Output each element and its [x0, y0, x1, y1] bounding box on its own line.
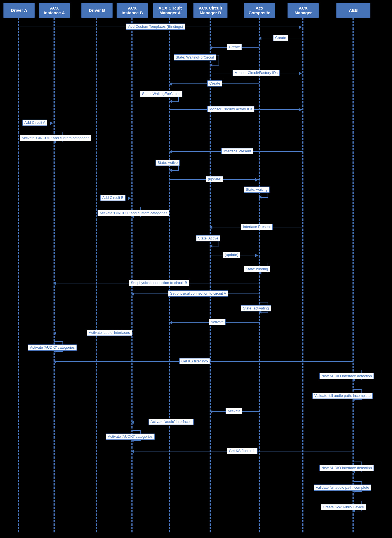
msg-add-circuit-a: Add Circuit A	[22, 120, 47, 126]
lifeline-driverB	[96, 17, 97, 532]
msg-comp-binding: State: binding	[244, 266, 270, 272]
actor-driverA: Driver A	[3, 3, 35, 18]
msg-get-ks-b: Get KS filter info	[227, 448, 258, 454]
lifeline-aeb	[352, 17, 354, 532]
msg-get-ks-a: Get KS filter info	[179, 358, 210, 364]
msg-aeb-create-dev: Create S/W Audio Device	[321, 504, 366, 510]
msg-monitor-a: Monitor Circuit/Factory IDs	[207, 106, 254, 112]
actor-mgr: ACXManager	[287, 3, 319, 18]
msg-phys-a: Set physical connection to circuit A	[168, 290, 228, 297]
msg-activate-audio-b: Activate 'audio' interfaces	[149, 419, 194, 425]
msg-instA-activate-audio: Activate 'AUDIO' categories	[28, 344, 77, 351]
msg-add-circuit-b: Add Circuit B	[100, 195, 126, 201]
msg-cmA-active: State: Active	[156, 160, 180, 166]
lifeline-comp	[259, 17, 260, 532]
msg-cmB-waiting: State: WaitingForCircuit	[174, 54, 216, 60]
msg-phys-b: Set physical connection to circuit B	[129, 280, 189, 286]
msg-update-b: (update)	[223, 252, 240, 258]
msg-add-templates: Add Custom Templates (Bindings)	[126, 24, 185, 30]
msg-create-cmA: Create	[207, 80, 222, 87]
lifeline-mgr	[302, 17, 303, 532]
msg-aeb-detect-2: New AUDIO interface detection	[319, 465, 374, 471]
actor-cmA: ACX CircuitManager A	[153, 3, 187, 18]
lifeline-cmB	[210, 17, 211, 532]
msg-activate-a: Activate	[209, 319, 226, 325]
msg-instA-activate-circuit: Activate 'CIRCUIT' and custom categories	[20, 135, 91, 141]
actor-aeb: AEB	[336, 3, 370, 18]
sequence-diagram: { "actors": [ {"id":"driverA","label":"D…	[0, 0, 392, 538]
msg-aeb-validate-2: Validate full audio path: complete	[314, 485, 371, 491]
actor-cmB: ACX CircuitManager B	[193, 3, 228, 18]
msg-instB-activate-audio: Activate 'AUDIO' categories	[106, 434, 155, 440]
actor-instB: ACXInstance B	[117, 3, 148, 18]
msg-create-composite: Create	[273, 35, 288, 41]
msg-cmB-active: State: Active	[196, 235, 220, 241]
lifeline-instB	[131, 17, 133, 532]
msg-if-present-a: Interface Present	[221, 148, 253, 154]
lifeline-instA	[54, 17, 55, 532]
actor-comp: AcxComposite	[244, 3, 275, 18]
lifeline-driverA	[18, 17, 19, 532]
msg-activate-audio-a: Activate 'audio' interfaces	[87, 330, 132, 336]
msg-update-a: (update)	[206, 176, 223, 182]
actor-driverB: Driver B	[81, 3, 113, 18]
msg-monitor-b: Monitor Circuit/Factory IDs	[233, 70, 280, 76]
msg-create-cmB: Create	[227, 44, 242, 50]
msg-if-present-b: Interface Present	[241, 224, 273, 230]
msg-aeb-detect-1: New AUDIO interface detection	[319, 373, 374, 379]
actor-instA: ACXInstance A	[39, 3, 70, 18]
msg-activate-b: Activate	[226, 408, 242, 414]
msg-comp-waiting: State: waiting	[244, 187, 270, 193]
msg-aeb-validate-1: Validate full audio path: incomplete	[312, 393, 373, 399]
msg-comp-activating: State: activating	[241, 305, 271, 311]
msg-cmA-waiting: State: WaitingForCircuit	[140, 91, 182, 97]
msg-instB-activate-circuit: Activate 'CIRCUIT' and custom categories	[98, 210, 169, 216]
